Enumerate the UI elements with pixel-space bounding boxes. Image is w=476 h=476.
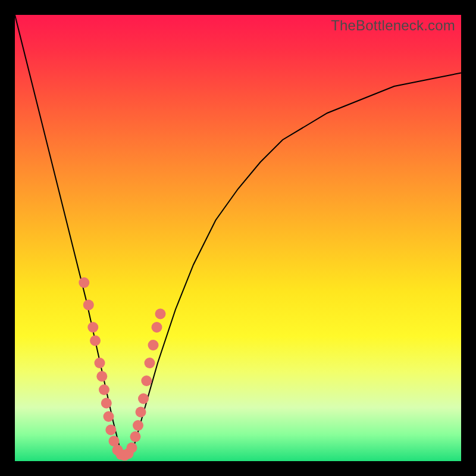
- bead-icon: [133, 420, 143, 431]
- bead-icon: [127, 443, 137, 453]
- bead-icon: [152, 322, 162, 333]
- bead-icon: [96, 371, 107, 382]
- bead-icon: [138, 393, 149, 404]
- bead-icon: [104, 411, 114, 422]
- bead-group: [79, 277, 165, 461]
- bead-icon: [101, 398, 112, 409]
- bead-icon: [155, 309, 166, 320]
- outer-frame: TheBottleneck.com: [0, 0, 476, 476]
- bead-icon: [105, 425, 116, 436]
- bead-icon: [130, 431, 141, 442]
- curve-path: [15, 15, 461, 457]
- bead-icon: [87, 322, 98, 333]
- bead-icon: [136, 407, 146, 418]
- bead-icon: [99, 384, 109, 395]
- bead-icon: [79, 277, 89, 288]
- bead-icon: [83, 300, 94, 311]
- bottleneck-curve: [15, 15, 461, 461]
- plot-area: TheBottleneck.com: [15, 15, 461, 461]
- bead-icon: [95, 358, 105, 368]
- bead-icon: [90, 336, 101, 346]
- bead-icon: [148, 340, 159, 350]
- bead-icon: [141, 375, 152, 386]
- bead-icon: [145, 358, 155, 368]
